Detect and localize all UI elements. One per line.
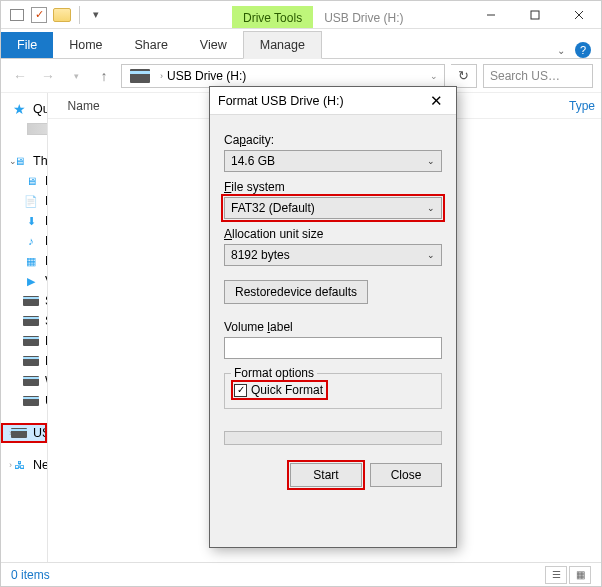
refresh-button[interactable]: ↻ bbox=[451, 64, 477, 88]
capacity-value: 14.6 GB bbox=[231, 154, 275, 168]
view-icons-button[interactable]: ▦ bbox=[569, 566, 591, 584]
sidebar-item-music[interactable]: ♪Music bbox=[1, 231, 47, 251]
dropdown-arrow-icon: ⌄ bbox=[427, 250, 435, 260]
sidebar-item-work-g[interactable]: Work (G:) bbox=[1, 371, 47, 391]
status-item-count: 0 items bbox=[11, 568, 50, 582]
folder-icon bbox=[53, 8, 71, 22]
filesystem-label: File system bbox=[224, 180, 442, 194]
ribbon-tabs: File Home Share View Manage ⌄ ? bbox=[1, 29, 601, 59]
star-icon: ★ bbox=[11, 102, 27, 116]
sidebar-item-downloads[interactable]: ⬇Downloads bbox=[1, 211, 47, 231]
sidebar-item-videos[interactable]: ▶Videos bbox=[1, 271, 47, 291]
dialog-title: Format USB Drive (H:) bbox=[218, 94, 424, 108]
ribbon-collapse-icon[interactable]: ⌄ bbox=[557, 45, 565, 56]
volume-label-input[interactable] bbox=[224, 337, 442, 359]
close-button-dialog[interactable]: Close bbox=[370, 463, 442, 487]
drive-icon bbox=[23, 376, 39, 386]
dialog-close-button[interactable]: ✕ bbox=[424, 92, 448, 110]
column-type[interactable]: Type bbox=[563, 99, 601, 113]
svg-rect-1 bbox=[531, 11, 539, 19]
dialog-titlebar: Format USB Drive (H:) ✕ bbox=[210, 87, 456, 115]
maximize-button[interactable] bbox=[513, 1, 557, 28]
address-bar[interactable]: › USB Drive (H:) ⌄ bbox=[121, 64, 445, 88]
drive-icon bbox=[23, 396, 39, 406]
sidebar-quick-access[interactable]: ★ Quick access bbox=[1, 99, 47, 119]
format-progress-bar bbox=[224, 431, 442, 445]
music-icon: ♪ bbox=[23, 234, 39, 248]
restore-defaults-button[interactable]: Restore device defaults bbox=[224, 280, 368, 304]
view-details-button[interactable]: ☰ bbox=[545, 566, 567, 584]
drive-icon bbox=[130, 69, 150, 83]
window-titlebar: ✓ ▾ Drive Tools USB Drive (H:) bbox=[1, 1, 601, 29]
contextual-tab-drive-tools[interactable]: Drive Tools bbox=[232, 6, 313, 28]
drive-icon bbox=[23, 336, 39, 346]
volume-label-label: Volume label bbox=[224, 320, 442, 334]
format-options-group: Format options ✓ Quick Format bbox=[224, 373, 442, 409]
sidebar-this-pc[interactable]: ⌄ 🖥 This PC bbox=[1, 151, 47, 171]
sidebar-item-usb-h[interactable]: USB Drive (H:) bbox=[1, 391, 47, 411]
recent-locations-icon[interactable]: ▾ bbox=[65, 65, 87, 87]
close-button[interactable] bbox=[557, 1, 601, 28]
help-icon[interactable]: ? bbox=[575, 42, 591, 58]
drive-icon bbox=[23, 356, 39, 366]
format-dialog: Format USB Drive (H:) ✕ Capacity: 14.6 G… bbox=[209, 86, 457, 548]
caret-icon[interactable]: › bbox=[9, 460, 12, 470]
drive-icon bbox=[23, 316, 39, 326]
app-icon bbox=[9, 7, 25, 23]
documents-icon: 📄 bbox=[23, 194, 39, 208]
navigation-pane: ★ Quick access ⌄ 🖥 This PC 🖥Desktop 📄Doc… bbox=[1, 93, 48, 562]
sidebar-item-pictures[interactable]: ▦Pictures bbox=[1, 251, 47, 271]
sidebar-usb-drive-root[interactable]: › USB Drive (H:) bbox=[1, 423, 47, 443]
quick-format-label: Quick Format bbox=[251, 383, 323, 397]
sidebar-label: Network bbox=[33, 458, 48, 472]
sidebar-item-local-f[interactable]: Local Disk (F:) bbox=[1, 351, 47, 371]
search-input[interactable]: Search US… bbox=[483, 64, 593, 88]
start-button[interactable]: Start bbox=[290, 463, 362, 487]
window-title: USB Drive (H:) bbox=[313, 6, 414, 28]
minimize-button[interactable] bbox=[469, 1, 513, 28]
allocation-select[interactable]: 8192 bytes ⌄ bbox=[224, 244, 442, 266]
tab-file[interactable]: File bbox=[1, 32, 53, 58]
videos-icon: ▶ bbox=[23, 274, 39, 288]
capacity-select[interactable]: 14.6 GB ⌄ bbox=[224, 150, 442, 172]
filesystem-select[interactable]: FAT32 (Default) ⌄ bbox=[224, 197, 442, 219]
quick-access-toolbar: ✓ ▾ bbox=[1, 1, 112, 28]
allocation-value: 8192 bytes bbox=[231, 248, 290, 262]
checkbox-icon: ✓ bbox=[234, 384, 247, 397]
sidebar-network[interactable]: › 🖧 Network bbox=[1, 455, 47, 475]
sidebar-thumbnail bbox=[27, 123, 48, 135]
allocation-label: Allocation unit size bbox=[224, 227, 442, 241]
tab-manage[interactable]: Manage bbox=[243, 31, 322, 59]
sidebar-item-system-c[interactable]: System (C:) bbox=[1, 291, 47, 311]
qat-divider bbox=[79, 6, 80, 24]
quick-format-checkbox[interactable]: ✓ Quick Format bbox=[233, 382, 326, 398]
network-icon: 🖧 bbox=[11, 458, 27, 472]
breadcrumb-chevron-icon[interactable]: › bbox=[156, 71, 167, 81]
dropdown-arrow-icon: ⌄ bbox=[427, 203, 435, 213]
tab-home[interactable]: Home bbox=[53, 32, 118, 58]
forward-button[interactable]: → bbox=[37, 65, 59, 87]
drive-icon bbox=[11, 428, 27, 438]
sidebar-label: This PC bbox=[33, 154, 48, 168]
qat-dropdown-icon[interactable]: ▾ bbox=[88, 7, 104, 23]
drive-icon bbox=[23, 296, 39, 306]
sidebar-item-desktop[interactable]: 🖥Desktop bbox=[1, 171, 47, 191]
desktop-icon: 🖥 bbox=[23, 174, 39, 188]
search-placeholder: Search US… bbox=[490, 69, 560, 83]
address-dropdown-icon[interactable]: ⌄ bbox=[426, 71, 442, 81]
pictures-icon: ▦ bbox=[23, 254, 39, 268]
checkbox-qat-icon[interactable]: ✓ bbox=[31, 7, 47, 23]
sidebar-item-documents-e[interactable]: Documents (E:) bbox=[1, 331, 47, 351]
up-button[interactable]: ↑ bbox=[93, 65, 115, 87]
sidebar-item-software-d[interactable]: Software (D:) bbox=[1, 311, 47, 331]
back-button[interactable]: ← bbox=[9, 65, 31, 87]
format-options-legend: Format options bbox=[231, 366, 317, 380]
column-name[interactable]: Name bbox=[62, 99, 106, 113]
tab-share[interactable]: Share bbox=[119, 32, 184, 58]
caret-icon[interactable]: ⌄ bbox=[9, 156, 17, 166]
status-bar: 0 items ☰ ▦ bbox=[1, 562, 601, 586]
tab-view[interactable]: View bbox=[184, 32, 243, 58]
sidebar-item-documents[interactable]: 📄Documents bbox=[1, 191, 47, 211]
breadcrumb-path[interactable]: USB Drive (H:) bbox=[167, 69, 246, 83]
sidebar-label: Quick access bbox=[33, 102, 48, 116]
